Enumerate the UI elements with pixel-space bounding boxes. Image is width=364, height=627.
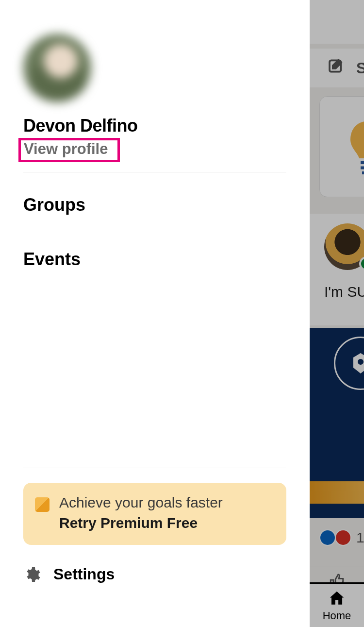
divider [23, 172, 286, 172]
premium-line1: Achieve your goals faster [59, 494, 223, 511]
compose-bar[interactable]: S [310, 49, 364, 87]
nav-item-events[interactable]: Events [23, 249, 286, 270]
sponsored-card[interactable] [310, 328, 364, 518]
card-cta-bar [310, 481, 364, 504]
home-icon[interactable] [327, 589, 347, 608]
view-profile-link[interactable]: View profile [24, 140, 108, 157]
svg-rect-1 [361, 161, 364, 164]
view-profile-highlight: View profile [18, 138, 120, 162]
settings-item[interactable]: Settings [23, 565, 286, 583]
profile-section[interactable]: Devon Delfino View profile [23, 0, 286, 162]
post-author-avatar[interactable] [324, 223, 364, 270]
svg-point-4 [358, 359, 364, 365]
svg-rect-2 [361, 167, 364, 169]
tab-label-home[interactable]: Home [323, 610, 351, 622]
premium-icon [35, 497, 50, 512]
like-reaction-icon [319, 529, 336, 546]
online-badge [359, 256, 364, 271]
reactions-row[interactable]: 12 [319, 529, 364, 546]
drawer-nav: Groups Events [23, 195, 286, 304]
premium-line2: Retry Premium Free [59, 515, 223, 531]
bottom-tab-bar: Home [310, 582, 364, 627]
lightbulb-icon [346, 118, 364, 176]
app-root: S I'm SU 12 [0, 0, 364, 627]
side-drawer: Devon Delfino View profile Groups Events… [0, 0, 310, 627]
heart-reaction-icon [335, 529, 351, 546]
seal-icon [334, 337, 364, 390]
compose-text: S [356, 59, 364, 77]
settings-label: Settings [53, 565, 115, 583]
compose-icon [327, 56, 347, 80]
user-name: Devon Delfino [23, 116, 286, 136]
bg-header [310, 0, 364, 44]
reactions-count: 12 [356, 529, 364, 546]
gear-icon [23, 566, 41, 583]
spacer [23, 304, 286, 468]
svg-rect-3 [362, 171, 364, 174]
suggestion-card[interactable] [319, 96, 364, 197]
user-avatar[interactable] [23, 34, 91, 102]
feed-background: S I'm SU 12 [310, 0, 364, 627]
premium-upsell[interactable]: Achieve your goals faster Retry Premium … [23, 483, 286, 545]
post-actions-row[interactable] [310, 566, 364, 582]
nav-item-groups[interactable]: Groups [23, 195, 286, 215]
feed-post[interactable]: I'm SU [310, 214, 364, 325]
divider [23, 468, 286, 468]
post-body-text: I'm SU [324, 284, 354, 300]
premium-text: Achieve your goals faster Retry Premium … [59, 494, 223, 531]
